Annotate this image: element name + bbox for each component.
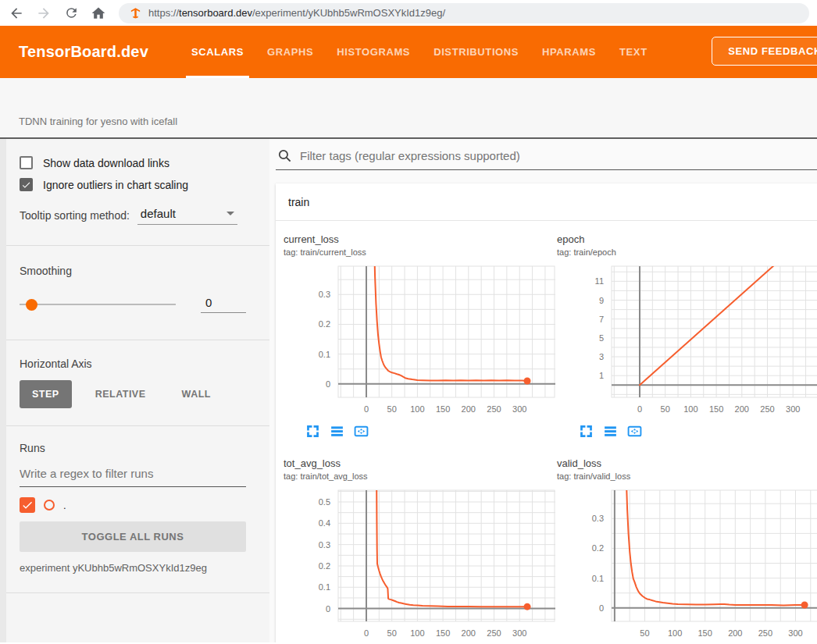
- svg-text:0.4: 0.4: [319, 518, 330, 528]
- horizontal-axis-label: Horizontal Axis: [20, 358, 246, 370]
- tab-scalars[interactable]: SCALARS: [180, 26, 255, 78]
- svg-text:9: 9: [599, 296, 604, 305]
- svg-text:0.1: 0.1: [592, 574, 604, 583]
- experiment-title-bar: TDNN training for yesno with icefall: [0, 78, 817, 139]
- svg-text:200: 200: [735, 404, 749, 414]
- svg-text:300: 300: [512, 404, 526, 414]
- tooltip-sorting-row: Tooltip sorting method: default: [20, 207, 246, 225]
- svg-text:100: 100: [668, 628, 682, 638]
- send-feedback-button[interactable]: SEND FEEDBACK: [712, 37, 817, 66]
- toggle-all-runs-button[interactable]: TOGGLE ALL RUNS: [20, 521, 246, 552]
- axis-option-wall[interactable]: WALL: [169, 380, 223, 408]
- chart-canvas-valid_loss[interactable]: 5010015020025030000.10.20.3: [557, 487, 817, 642]
- nav-tabs: SCALARSGRAPHSHISTOGRAMSDISTRIBUTIONSHPAR…: [180, 26, 659, 78]
- chart-canvas-epoch[interactable]: 0501001502002503001357911: [557, 263, 817, 421]
- chart-title: tot_avg_loss: [284, 457, 549, 469]
- horizontal-lines-icon[interactable]: [330, 424, 344, 439]
- tab-graphs[interactable]: GRAPHS: [255, 26, 325, 78]
- runs-filter-input[interactable]: [20, 464, 246, 487]
- chart-card-current_loss: current_losstag: train/current_loss05010…: [276, 233, 549, 439]
- svg-text:50: 50: [387, 404, 397, 414]
- tooltip-sorting-label: Tooltip sorting method:: [20, 209, 130, 225]
- tag-filter-input[interactable]: [300, 149, 817, 162]
- sidebar-scrollbar[interactable]: [0, 139, 6, 642]
- forward-icon[interactable]: [34, 3, 54, 23]
- svg-text:300: 300: [786, 404, 800, 414]
- address-bar[interactable]: https://tensorboard.dev/experiment/yKUbh…: [119, 3, 809, 23]
- svg-text:0: 0: [599, 603, 604, 613]
- divider: [0, 425, 269, 426]
- axis-option-step[interactable]: STEP: [20, 380, 72, 408]
- run-list-item[interactable]: .: [20, 497, 246, 513]
- train-section-card: train current_losstag: train/current_los…: [276, 183, 817, 642]
- fullscreen-icon[interactable]: [305, 424, 320, 439]
- tab-histograms[interactable]: HISTOGRAMS: [325, 26, 422, 78]
- svg-text:0.3: 0.3: [319, 540, 330, 550]
- chart-tag: tag: train/tot_avg_loss: [284, 471, 549, 481]
- tooltip-sorting-dropdown[interactable]: default: [137, 207, 237, 225]
- chart-canvas-current_loss[interactable]: 05010015020025030000.10.20.3: [284, 263, 555, 421]
- back-icon[interactable]: [6, 3, 27, 23]
- svg-text:250: 250: [487, 628, 501, 638]
- smoothing-slider-thumb[interactable]: [26, 299, 37, 311]
- svg-text:100: 100: [410, 404, 424, 414]
- tab-text[interactable]: TEXT: [608, 26, 659, 78]
- search-icon: [277, 148, 292, 163]
- horizontal-axis-options: STEPRELATIVEWALL: [20, 380, 246, 408]
- svg-text:0.2: 0.2: [592, 543, 604, 553]
- home-icon[interactable]: [88, 3, 109, 23]
- runs-label: Runs: [20, 442, 246, 454]
- svg-text:150: 150: [698, 628, 712, 638]
- main-panel: train current_losstag: train/current_los…: [269, 139, 817, 642]
- smoothing-label: Smoothing: [20, 265, 246, 277]
- chart-canvas-tot_avg_loss[interactable]: 05010015020025030000.10.20.30.40.5: [284, 487, 555, 642]
- svg-text:0.1: 0.1: [319, 350, 330, 359]
- smoothing-value[interactable]: 0: [201, 296, 246, 313]
- svg-text:250: 250: [760, 404, 774, 414]
- chart-title: epoch: [557, 233, 817, 245]
- checkbox-label: Ignore outliers in chart scaling: [43, 179, 188, 191]
- chart-card-tot_avg_loss: tot_avg_losstag: train/tot_avg_loss05010…: [276, 457, 549, 642]
- checkbox-row[interactable]: Show data download links: [20, 156, 246, 169]
- tooltip-sorting-value: default: [141, 207, 176, 220]
- tag-filter-row: [276, 148, 817, 170]
- fit-domain-icon[interactable]: [354, 424, 369, 439]
- svg-text:0: 0: [364, 404, 369, 414]
- chevron-down-icon: [227, 212, 234, 215]
- svg-text:0.2: 0.2: [319, 561, 330, 571]
- svg-text:3: 3: [599, 352, 604, 361]
- checked-checkbox-icon[interactable]: [20, 178, 33, 191]
- settings-sidebar: Show data download linksIgnore outliers …: [0, 139, 269, 642]
- svg-text:150: 150: [436, 404, 450, 414]
- svg-text:150: 150: [436, 628, 450, 638]
- smoothing-slider-row: 0: [20, 296, 246, 313]
- smoothing-slider[interactable]: [20, 304, 176, 305]
- charts-grid: current_losstag: train/current_loss05010…: [276, 221, 817, 642]
- svg-text:300: 300: [788, 628, 802, 638]
- svg-text:300: 300: [512, 628, 526, 638]
- svg-text:50: 50: [661, 404, 670, 414]
- app-header: TensorBoard.dev SCALARSGRAPHSHISTOGRAMSD…: [0, 26, 817, 78]
- checkbox-row[interactable]: Ignore outliers in chart scaling: [20, 178, 246, 191]
- svg-text:50: 50: [640, 628, 649, 638]
- run-checkbox[interactable]: [20, 497, 35, 513]
- unchecked-checkbox-icon[interactable]: [20, 156, 33, 169]
- section-header-train[interactable]: train: [276, 183, 817, 221]
- divider: [0, 592, 269, 593]
- fit-domain-icon[interactable]: [627, 424, 642, 439]
- horizontal-lines-icon[interactable]: [603, 424, 618, 439]
- tensorboard-favicon: [130, 7, 141, 19]
- reload-icon[interactable]: [61, 3, 81, 23]
- chart-tag: tag: train/epoch: [557, 247, 817, 257]
- tab-distributions[interactable]: DISTRIBUTIONS: [422, 26, 530, 78]
- fullscreen-icon[interactable]: [579, 424, 594, 439]
- svg-text:0.3: 0.3: [319, 290, 330, 299]
- chart-actions: [579, 424, 817, 439]
- svg-text:0: 0: [326, 379, 330, 389]
- run-color-swatch: [44, 500, 55, 511]
- tab-hparams[interactable]: HPARAMS: [530, 26, 608, 78]
- svg-text:250: 250: [487, 404, 501, 414]
- svg-text:7: 7: [599, 315, 604, 324]
- app-title: TensorBoard.dev: [0, 43, 148, 61]
- axis-option-relative[interactable]: RELATIVE: [83, 380, 159, 408]
